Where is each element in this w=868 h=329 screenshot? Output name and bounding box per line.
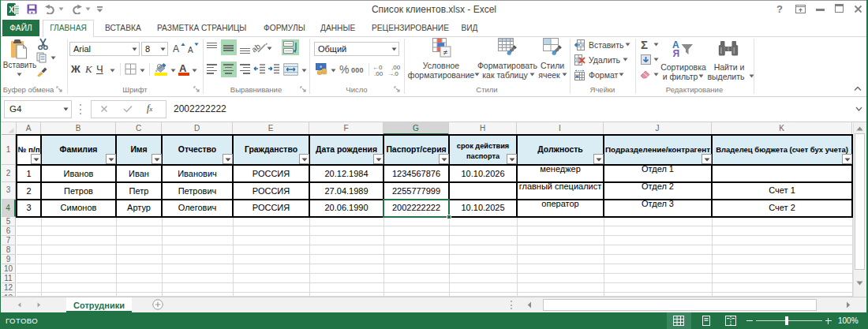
svg-text:≠: ≠ (443, 48, 448, 57)
svg-text:Я: Я (673, 48, 680, 58)
svg-text:ab: ab (253, 42, 262, 54)
svg-text:,00: ,00 (374, 70, 383, 77)
svg-text:X: X (9, 6, 14, 14)
svg-text:,0: ,0 (393, 70, 398, 77)
